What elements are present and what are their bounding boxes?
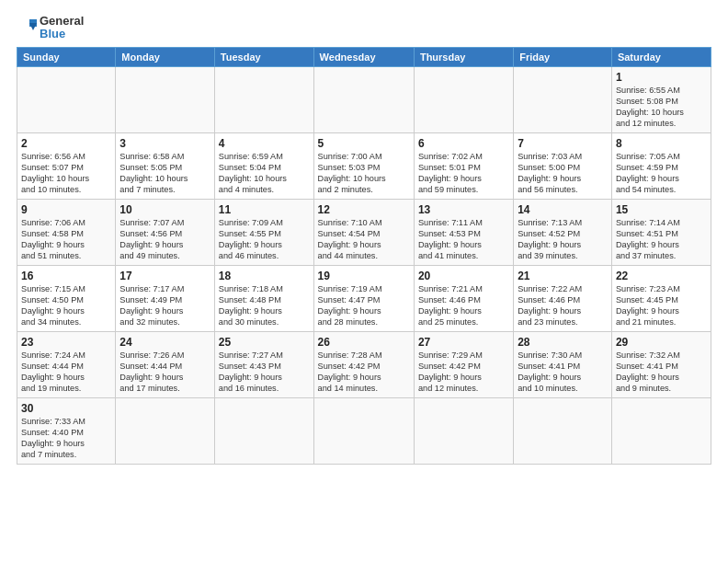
calendar-cell: 6Sunrise: 7:02 AM Sunset: 5:01 PM Daylig… xyxy=(414,132,513,199)
day-number: 30 xyxy=(21,401,111,416)
calendar-week-row: 16Sunrise: 7:15 AM Sunset: 4:50 PM Dayli… xyxy=(17,265,711,331)
day-number: 2 xyxy=(21,136,111,151)
calendar-week-row: 2Sunrise: 6:56 AM Sunset: 5:07 PM Daylig… xyxy=(17,132,711,199)
day-number: 5 xyxy=(318,136,410,151)
day-info: Sunrise: 6:56 AM Sunset: 5:07 PM Dayligh… xyxy=(21,152,111,196)
calendar-cell xyxy=(214,397,313,464)
day-info: Sunrise: 7:22 AM Sunset: 4:46 PM Dayligh… xyxy=(518,284,608,328)
calendar-table: SundayMondayTuesdayWednesdayThursdayFrid… xyxy=(17,47,711,465)
weekday-header: Saturday xyxy=(611,47,711,66)
day-info: Sunrise: 7:15 AM Sunset: 4:50 PM Dayligh… xyxy=(21,284,111,328)
calendar-cell: 28Sunrise: 7:30 AM Sunset: 4:41 PM Dayli… xyxy=(514,331,612,397)
calendar-cell: 24Sunrise: 7:26 AM Sunset: 4:44 PM Dayli… xyxy=(116,331,215,397)
day-number: 25 xyxy=(219,335,310,350)
logo-blue-text: Blue xyxy=(40,28,84,40)
calendar-week-row: 30Sunrise: 7:33 AM Sunset: 4:40 PM Dayli… xyxy=(17,397,711,464)
day-info: Sunrise: 7:23 AM Sunset: 4:45 PM Dayligh… xyxy=(616,284,707,328)
day-number: 15 xyxy=(616,202,707,217)
calendar-cell: 15Sunrise: 7:14 AM Sunset: 4:51 PM Dayli… xyxy=(611,199,711,265)
weekday-header: Sunday xyxy=(17,47,116,66)
generalblue-icon xyxy=(17,17,37,38)
day-info: Sunrise: 7:13 AM Sunset: 4:52 PM Dayligh… xyxy=(518,218,608,262)
day-info: Sunrise: 7:10 AM Sunset: 4:54 PM Dayligh… xyxy=(318,218,410,262)
day-number: 6 xyxy=(418,136,509,151)
header: General Blue xyxy=(17,15,711,41)
day-number: 11 xyxy=(219,202,310,217)
day-number: 12 xyxy=(318,202,410,217)
day-info: Sunrise: 7:07 AM Sunset: 4:56 PM Dayligh… xyxy=(119,218,210,262)
calendar-cell xyxy=(514,66,612,132)
day-info: Sunrise: 7:19 AM Sunset: 4:47 PM Dayligh… xyxy=(318,284,410,328)
calendar-cell xyxy=(313,66,414,132)
day-info: Sunrise: 7:33 AM Sunset: 4:40 PM Dayligh… xyxy=(21,417,111,461)
weekday-header-row: SundayMondayTuesdayWednesdayThursdayFrid… xyxy=(17,47,711,66)
calendar-cell: 17Sunrise: 7:17 AM Sunset: 4:49 PM Dayli… xyxy=(116,265,215,331)
day-number: 14 xyxy=(518,202,608,217)
calendar-cell xyxy=(214,66,313,132)
calendar-cell xyxy=(116,397,215,464)
calendar-cell: 7Sunrise: 7:03 AM Sunset: 5:00 PM Daylig… xyxy=(514,132,612,199)
day-info: Sunrise: 7:21 AM Sunset: 4:46 PM Dayligh… xyxy=(418,284,509,328)
calendar-cell: 4Sunrise: 6:59 AM Sunset: 5:04 PM Daylig… xyxy=(214,132,313,199)
calendar-cell xyxy=(514,397,612,464)
weekday-header: Tuesday xyxy=(214,47,313,66)
day-info: Sunrise: 7:00 AM Sunset: 5:03 PM Dayligh… xyxy=(318,152,410,196)
calendar-cell: 23Sunrise: 7:24 AM Sunset: 4:44 PM Dayli… xyxy=(17,331,116,397)
day-info: Sunrise: 7:02 AM Sunset: 5:01 PM Dayligh… xyxy=(418,152,509,196)
logo-general-text: General xyxy=(40,15,84,28)
day-number: 1 xyxy=(616,70,707,85)
day-number: 22 xyxy=(616,269,707,283)
day-number: 19 xyxy=(318,269,410,283)
logo: General Blue xyxy=(17,15,84,41)
day-info: Sunrise: 7:32 AM Sunset: 4:41 PM Dayligh… xyxy=(616,350,707,395)
calendar-header: SundayMondayTuesdayWednesdayThursdayFrid… xyxy=(17,47,711,66)
calendar-cell xyxy=(17,66,116,132)
calendar-cell: 20Sunrise: 7:21 AM Sunset: 4:46 PM Dayli… xyxy=(414,265,513,331)
calendar-cell: 16Sunrise: 7:15 AM Sunset: 4:50 PM Dayli… xyxy=(17,265,116,331)
day-info: Sunrise: 7:28 AM Sunset: 4:42 PM Dayligh… xyxy=(318,350,410,395)
day-number: 3 xyxy=(119,136,210,151)
calendar-week-row: 1Sunrise: 6:55 AM Sunset: 5:08 PM Daylig… xyxy=(17,66,711,132)
calendar-cell: 13Sunrise: 7:11 AM Sunset: 4:53 PM Dayli… xyxy=(414,199,513,265)
day-number: 20 xyxy=(418,269,509,283)
day-number: 24 xyxy=(119,335,210,350)
day-info: Sunrise: 7:06 AM Sunset: 4:58 PM Dayligh… xyxy=(21,218,111,262)
weekday-header: Monday xyxy=(116,47,215,66)
day-info: Sunrise: 6:58 AM Sunset: 5:05 PM Dayligh… xyxy=(119,152,210,196)
calendar-cell: 9Sunrise: 7:06 AM Sunset: 4:58 PM Daylig… xyxy=(17,199,116,265)
calendar-cell: 21Sunrise: 7:22 AM Sunset: 4:46 PM Dayli… xyxy=(514,265,612,331)
calendar-cell: 5Sunrise: 7:00 AM Sunset: 5:03 PM Daylig… xyxy=(313,132,414,199)
calendar-cell xyxy=(611,397,711,464)
day-number: 10 xyxy=(119,202,210,217)
day-info: Sunrise: 6:59 AM Sunset: 5:04 PM Dayligh… xyxy=(219,152,310,196)
day-number: 27 xyxy=(418,335,509,350)
day-info: Sunrise: 7:27 AM Sunset: 4:43 PM Dayligh… xyxy=(219,350,310,395)
calendar-cell: 3Sunrise: 6:58 AM Sunset: 5:05 PM Daylig… xyxy=(116,132,215,199)
day-info: Sunrise: 7:29 AM Sunset: 4:42 PM Dayligh… xyxy=(418,350,509,395)
calendar-cell: 25Sunrise: 7:27 AM Sunset: 4:43 PM Dayli… xyxy=(214,331,313,397)
calendar-week-row: 9Sunrise: 7:06 AM Sunset: 4:58 PM Daylig… xyxy=(17,199,711,265)
day-info: Sunrise: 7:03 AM Sunset: 5:00 PM Dayligh… xyxy=(518,152,608,196)
day-info: Sunrise: 7:17 AM Sunset: 4:49 PM Dayligh… xyxy=(119,284,210,328)
day-info: Sunrise: 7:24 AM Sunset: 4:44 PM Dayligh… xyxy=(21,350,111,395)
day-info: Sunrise: 7:18 AM Sunset: 4:48 PM Dayligh… xyxy=(219,284,310,328)
calendar-cell: 29Sunrise: 7:32 AM Sunset: 4:41 PM Dayli… xyxy=(611,331,711,397)
calendar-cell xyxy=(313,397,414,464)
calendar-body: 1Sunrise: 6:55 AM Sunset: 5:08 PM Daylig… xyxy=(17,66,711,464)
day-info: Sunrise: 7:30 AM Sunset: 4:41 PM Dayligh… xyxy=(518,350,608,395)
calendar-cell: 18Sunrise: 7:18 AM Sunset: 4:48 PM Dayli… xyxy=(214,265,313,331)
day-number: 4 xyxy=(219,136,310,151)
calendar-cell: 27Sunrise: 7:29 AM Sunset: 4:42 PM Dayli… xyxy=(414,331,513,397)
calendar-cell: 2Sunrise: 6:56 AM Sunset: 5:07 PM Daylig… xyxy=(17,132,116,199)
day-info: Sunrise: 7:09 AM Sunset: 4:55 PM Dayligh… xyxy=(219,218,310,262)
day-number: 23 xyxy=(21,335,111,350)
day-number: 7 xyxy=(518,136,608,151)
day-number: 18 xyxy=(219,269,310,283)
calendar-cell: 30Sunrise: 7:33 AM Sunset: 4:40 PM Dayli… xyxy=(17,397,116,464)
day-number: 26 xyxy=(318,335,410,350)
weekday-header: Wednesday xyxy=(313,47,414,66)
calendar-cell: 10Sunrise: 7:07 AM Sunset: 4:56 PM Dayli… xyxy=(116,199,215,265)
calendar-cell xyxy=(414,397,513,464)
calendar-cell xyxy=(116,66,215,132)
day-number: 13 xyxy=(418,202,509,217)
